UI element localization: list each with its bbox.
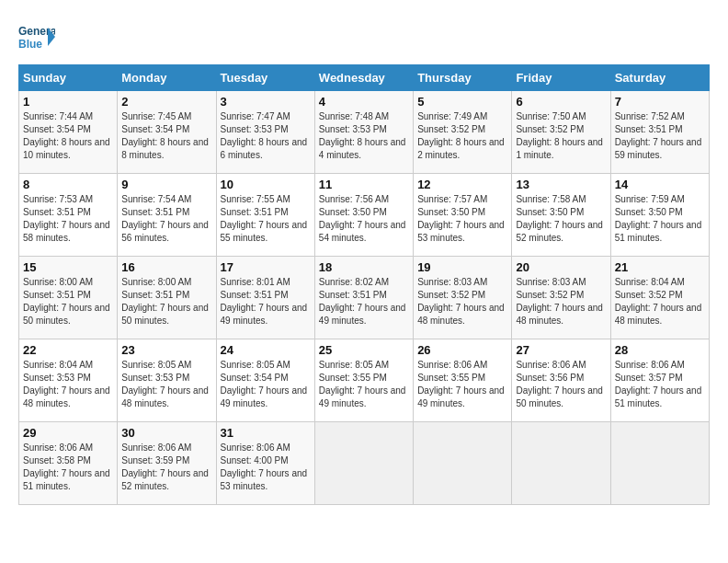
day-number: 29: [23, 426, 113, 440]
calendar-cell: 10Sunrise: 7:55 AMSunset: 3:51 PMDayligh…: [216, 174, 314, 257]
day-info: Sunrise: 8:00 AMSunset: 3:51 PMDaylight:…: [23, 276, 113, 327]
calendar-cell: 24Sunrise: 8:05 AMSunset: 3:54 PMDayligh…: [216, 339, 314, 422]
calendar-cell: 22Sunrise: 8:04 AMSunset: 3:53 PMDayligh…: [19, 339, 118, 422]
day-info: Sunrise: 7:48 AMSunset: 3:53 PMDaylight:…: [319, 110, 409, 162]
day-info: Sunrise: 7:50 AMSunset: 3:52 PMDaylight:…: [516, 110, 606, 162]
day-info: Sunrise: 8:03 AMSunset: 3:52 PMDaylight:…: [516, 276, 606, 327]
calendar-cell: 9Sunrise: 7:54 AMSunset: 3:51 PMDaylight…: [118, 174, 216, 257]
calendar-cell: 31Sunrise: 8:06 AMSunset: 4:00 PMDayligh…: [216, 422, 314, 505]
day-number: 30: [121, 426, 211, 440]
day-info: Sunrise: 8:06 AMSunset: 3:57 PMDaylight:…: [615, 359, 705, 410]
day-info: Sunrise: 8:05 AMSunset: 3:53 PMDaylight:…: [121, 359, 211, 410]
day-number: 5: [417, 95, 507, 109]
day-info: Sunrise: 8:06 AMSunset: 3:55 PMDaylight:…: [417, 359, 507, 410]
calendar-day-header: Tuesday: [216, 65, 314, 91]
day-number: 28: [615, 343, 705, 357]
day-number: 6: [516, 95, 606, 109]
calendar-cell: 18Sunrise: 8:02 AMSunset: 3:51 PMDayligh…: [314, 257, 413, 339]
day-number: 18: [319, 260, 409, 274]
calendar-cell: 21Sunrise: 8:04 AMSunset: 3:52 PMDayligh…: [610, 257, 709, 339]
day-number: 8: [23, 178, 113, 191]
day-info: Sunrise: 8:00 AMSunset: 3:51 PMDaylight:…: [121, 276, 211, 327]
calendar-cell: [610, 422, 709, 505]
logo: General Blue: [18, 18, 59, 55]
day-number: 15: [23, 260, 113, 274]
logo-icon: General Blue: [18, 18, 55, 55]
day-info: Sunrise: 8:05 AMSunset: 3:54 PMDaylight:…: [221, 359, 311, 410]
day-number: 24: [221, 343, 311, 357]
calendar-cell: [414, 422, 512, 505]
calendar-week-row: 29Sunrise: 8:06 AMSunset: 3:58 PMDayligh…: [19, 422, 710, 505]
calendar-cell: 4Sunrise: 7:48 AMSunset: 3:53 PMDaylight…: [314, 91, 413, 174]
day-number: 16: [121, 260, 211, 274]
day-info: Sunrise: 7:49 AMSunset: 3:52 PMDaylight:…: [417, 110, 507, 162]
day-info: Sunrise: 7:47 AMSunset: 3:53 PMDaylight:…: [221, 110, 311, 162]
calendar-day-header: Thursday: [414, 65, 512, 91]
calendar-cell: 17Sunrise: 8:01 AMSunset: 3:51 PMDayligh…: [216, 257, 314, 339]
calendar-cell: 11Sunrise: 7:56 AMSunset: 3:50 PMDayligh…: [314, 174, 413, 257]
day-info: Sunrise: 7:56 AMSunset: 3:50 PMDaylight:…: [319, 193, 409, 245]
header: General Blue: [18, 18, 710, 55]
day-info: Sunrise: 8:06 AMSunset: 4:00 PMDaylight:…: [221, 442, 311, 493]
calendar-cell: [314, 422, 413, 505]
calendar-cell: 16Sunrise: 8:00 AMSunset: 3:51 PMDayligh…: [118, 257, 216, 339]
calendar-header-row: SundayMondayTuesdayWednesdayThursdayFrid…: [19, 65, 710, 91]
day-number: 10: [221, 178, 311, 191]
day-info: Sunrise: 7:53 AMSunset: 3:51 PMDaylight:…: [23, 193, 113, 245]
day-info: Sunrise: 7:44 AMSunset: 3:54 PMDaylight:…: [23, 110, 113, 162]
day-number: 25: [319, 343, 409, 357]
day-number: 1: [23, 95, 113, 109]
day-number: 4: [319, 95, 409, 109]
calendar-cell: 26Sunrise: 8:06 AMSunset: 3:55 PMDayligh…: [414, 339, 512, 422]
day-info: Sunrise: 8:03 AMSunset: 3:52 PMDaylight:…: [417, 276, 507, 327]
svg-text:Blue: Blue: [18, 38, 42, 51]
calendar-day-header: Sunday: [19, 65, 118, 91]
day-number: 13: [516, 178, 606, 191]
day-info: Sunrise: 7:45 AMSunset: 3:54 PMDaylight:…: [121, 110, 211, 162]
day-number: 11: [319, 178, 409, 191]
calendar-cell: 12Sunrise: 7:57 AMSunset: 3:50 PMDayligh…: [414, 174, 512, 257]
day-number: 19: [417, 260, 507, 274]
day-number: 3: [221, 95, 311, 109]
day-info: Sunrise: 7:54 AMSunset: 3:51 PMDaylight:…: [121, 193, 211, 245]
day-number: 23: [121, 343, 211, 357]
calendar-cell: 14Sunrise: 7:59 AMSunset: 3:50 PMDayligh…: [610, 174, 709, 257]
day-number: 17: [221, 260, 311, 274]
calendar-cell: 28Sunrise: 8:06 AMSunset: 3:57 PMDayligh…: [610, 339, 709, 422]
calendar-cell: 23Sunrise: 8:05 AMSunset: 3:53 PMDayligh…: [118, 339, 216, 422]
calendar-cell: [512, 422, 610, 505]
calendar-cell: 15Sunrise: 8:00 AMSunset: 3:51 PMDayligh…: [19, 257, 118, 339]
calendar-cell: 6Sunrise: 7:50 AMSunset: 3:52 PMDaylight…: [512, 91, 610, 174]
day-number: 9: [121, 178, 211, 191]
calendar-day-header: Saturday: [610, 65, 709, 91]
calendar-day-header: Monday: [118, 65, 216, 91]
day-number: 20: [516, 260, 606, 274]
calendar-cell: 13Sunrise: 7:58 AMSunset: 3:50 PMDayligh…: [512, 174, 610, 257]
calendar-day-header: Friday: [512, 65, 610, 91]
day-number: 31: [221, 426, 311, 440]
calendar-week-row: 22Sunrise: 8:04 AMSunset: 3:53 PMDayligh…: [19, 339, 710, 422]
calendar-cell: 29Sunrise: 8:06 AMSunset: 3:58 PMDayligh…: [19, 422, 118, 505]
day-info: Sunrise: 8:04 AMSunset: 3:53 PMDaylight:…: [23, 359, 113, 410]
calendar-cell: 20Sunrise: 8:03 AMSunset: 3:52 PMDayligh…: [512, 257, 610, 339]
day-info: Sunrise: 7:57 AMSunset: 3:50 PMDaylight:…: [417, 193, 507, 245]
calendar-cell: 19Sunrise: 8:03 AMSunset: 3:52 PMDayligh…: [414, 257, 512, 339]
calendar-cell: 27Sunrise: 8:06 AMSunset: 3:56 PMDayligh…: [512, 339, 610, 422]
calendar-week-row: 15Sunrise: 8:00 AMSunset: 3:51 PMDayligh…: [19, 257, 710, 339]
day-info: Sunrise: 7:59 AMSunset: 3:50 PMDaylight:…: [615, 193, 705, 245]
calendar-cell: 30Sunrise: 8:06 AMSunset: 3:59 PMDayligh…: [118, 422, 216, 505]
day-info: Sunrise: 7:55 AMSunset: 3:51 PMDaylight:…: [221, 193, 311, 245]
calendar-table: SundayMondayTuesdayWednesdayThursdayFrid…: [18, 64, 710, 505]
day-number: 14: [615, 178, 705, 191]
calendar-cell: 5Sunrise: 7:49 AMSunset: 3:52 PMDaylight…: [414, 91, 512, 174]
calendar-cell: 3Sunrise: 7:47 AMSunset: 3:53 PMDaylight…: [216, 91, 314, 174]
day-number: 12: [417, 178, 507, 191]
day-info: Sunrise: 7:52 AMSunset: 3:51 PMDaylight:…: [615, 110, 705, 162]
day-info: Sunrise: 8:02 AMSunset: 3:51 PMDaylight:…: [319, 276, 409, 327]
calendar-cell: 1Sunrise: 7:44 AMSunset: 3:54 PMDaylight…: [19, 91, 118, 174]
day-info: Sunrise: 8:01 AMSunset: 3:51 PMDaylight:…: [221, 276, 311, 327]
calendar-cell: 2Sunrise: 7:45 AMSunset: 3:54 PMDaylight…: [118, 91, 216, 174]
day-info: Sunrise: 8:05 AMSunset: 3:55 PMDaylight:…: [319, 359, 409, 410]
calendar-cell: 8Sunrise: 7:53 AMSunset: 3:51 PMDaylight…: [19, 174, 118, 257]
calendar-cell: 7Sunrise: 7:52 AMSunset: 3:51 PMDaylight…: [610, 91, 709, 174]
